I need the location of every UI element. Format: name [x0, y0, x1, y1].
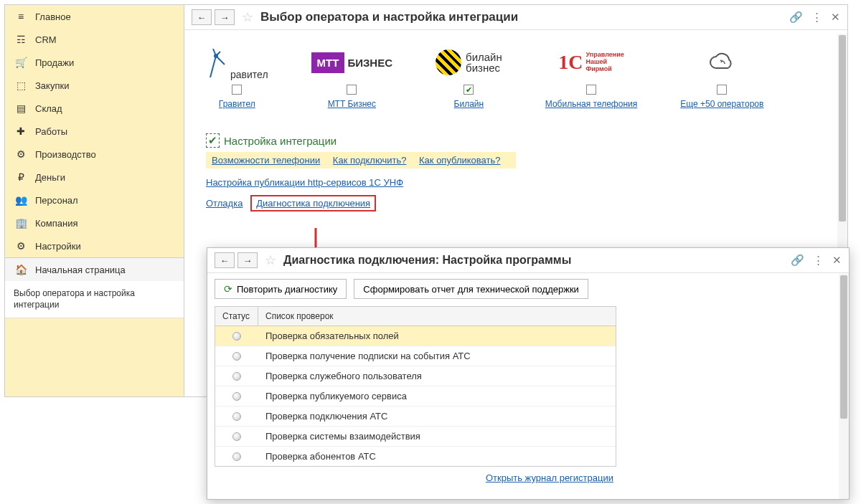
table-row[interactable]: Проверка подключения АТС: [215, 406, 616, 427]
scrollbar[interactable]: [839, 274, 849, 499]
reload-icon: ⟳: [224, 283, 232, 295]
money-icon: ₽: [14, 171, 28, 183]
link-how-to-connect[interactable]: Как подключить?: [333, 155, 407, 166]
nav-back-button[interactable]: ←: [192, 9, 212, 25]
sidebar-item-label: Главное: [35, 11, 71, 22]
link-telephony-features[interactable]: Возможности телефонии: [212, 155, 320, 166]
favorite-star-icon[interactable]: ☆: [242, 9, 253, 25]
status-cell: [215, 348, 258, 365]
operator-mobile-1c: 1C УправлениеНашейФирмой Мобильная телеф…: [545, 44, 637, 109]
sidebar-item-label: Продажи: [35, 57, 74, 68]
repeat-diagnostic-button[interactable]: ⟳Повторить диагностику: [215, 279, 347, 299]
dialog-title: Диагностика подключения: Настройка прогр…: [283, 254, 571, 267]
operator-checkbox[interactable]: [464, 85, 474, 95]
sidebar-item-label: Работы: [35, 126, 67, 137]
menu-icon: ≡: [14, 11, 28, 22]
onec-text: УправлениеНашейФирмой: [586, 52, 624, 73]
operator-checkbox[interactable]: [717, 85, 727, 95]
link-http-services[interactable]: Настройка публикации http-сервисов 1С УН…: [206, 177, 403, 188]
sidebar-current-page: Выбор оператора и настройка интеграции: [5, 281, 184, 318]
table-row[interactable]: Проверка служебного пользователя: [215, 366, 616, 386]
sidebar-item-sales[interactable]: 🛒Продажи: [5, 51, 184, 74]
sidebar-item-production[interactable]: ⚙Производство: [5, 143, 184, 166]
open-log-link[interactable]: Открыть журнал регистрации: [486, 472, 613, 483]
button-label: Сформировать отчет для технической подде…: [363, 284, 579, 295]
current-page-label: Выбор оператора и настройка интеграции: [14, 288, 175, 310]
operator-mtt: МТТ БИЗНЕС МТТ Бизнес: [311, 44, 392, 109]
table-row[interactable]: Проверка получение подписки на события А…: [215, 346, 616, 366]
wrench-icon: ✚: [14, 125, 28, 137]
beeline-circle-icon: [436, 49, 461, 75]
generate-report-button[interactable]: Сформировать отчет для технической подде…: [354, 279, 588, 299]
operator-checkbox[interactable]: [232, 85, 242, 95]
sidebar-home[interactable]: 🏠Начальная страница: [5, 258, 184, 281]
company-icon: 🏢: [14, 217, 28, 229]
check-name: Проверка подключения АТС: [258, 406, 616, 426]
sidebar-item-settings[interactable]: ⚙Настройки: [5, 234, 184, 257]
people-icon: 👥: [14, 194, 28, 206]
operator-more: Еще +50 операторов: [680, 44, 763, 109]
link-debug[interactable]: Отладка: [206, 198, 243, 209]
nav-forward-button[interactable]: →: [237, 252, 258, 268]
check-name: Проверка обязательных полей: [258, 326, 616, 346]
sidebar-item-company[interactable]: 🏢Компания: [5, 211, 184, 234]
table-row[interactable]: Проверка системы взаимодействия: [215, 427, 616, 447]
sidebar-item-label: Склад: [35, 103, 62, 114]
status-dot-icon: [232, 452, 241, 461]
settings-header: ✔ Настройка интеграции: [206, 133, 826, 148]
status-dot-icon: [232, 332, 241, 341]
more-icon[interactable]: ⋮: [813, 254, 824, 267]
operator-link[interactable]: Гравител: [219, 99, 255, 109]
operator-link[interactable]: Мобильная телефония: [545, 99, 637, 109]
sidebar-lower: 🏠Начальная страница Выбор оператора и на…: [5, 257, 184, 318]
toolbar-right: 🔗 ⋮ ✕: [789, 11, 840, 24]
favorite-star-icon[interactable]: ☆: [265, 252, 276, 268]
sidebar-item-main[interactable]: ≡Главное: [5, 5, 184, 28]
status-dot-icon: [232, 352, 241, 361]
help-links-bar: Возможности телефонии Как подключить? Ка…: [206, 152, 516, 168]
dialog-body: ⟳Повторить диагностику Сформировать отче…: [207, 273, 849, 499]
mtt-suffix: БИЗНЕС: [347, 57, 392, 69]
gear-icon: ⚙: [14, 240, 28, 252]
checks-table: Статус Список проверок Проверка обязател…: [215, 306, 616, 467]
check-name: Проверка служебного пользователя: [258, 366, 616, 386]
operator-link[interactable]: Билайн: [454, 99, 484, 109]
operator-link[interactable]: МТТ Бизнес: [328, 99, 376, 109]
operators-row: равител Гравител МТТ БИЗНЕС МТТ Бизнес б…: [184, 30, 847, 116]
sidebar-item-personnel[interactable]: 👥Персонал: [5, 189, 184, 211]
column-status: Статус: [215, 307, 258, 325]
sidebar-item-works[interactable]: ✚Работы: [5, 120, 184, 143]
factory-icon: ⚙: [14, 148, 28, 160]
close-icon[interactable]: ✕: [832, 254, 842, 267]
more-icon[interactable]: ⋮: [811, 11, 822, 24]
sidebar-item-warehouse[interactable]: ▤Склад: [5, 97, 184, 120]
check-name: Проверка получение подписки на события А…: [258, 346, 616, 366]
table-row[interactable]: Проверка абонентов АТС: [215, 447, 616, 466]
nav-forward-button[interactable]: →: [215, 9, 235, 25]
operator-checkbox[interactable]: [586, 85, 596, 95]
nav-back-button[interactable]: ←: [215, 252, 235, 268]
settings-header-label: Настройка интеграции: [224, 135, 337, 147]
home-icon: 🏠: [14, 264, 28, 275]
check-name: Проверка публикуемого сервиса: [258, 386, 616, 406]
link-diagnostic[interactable]: Диагностика подключения: [256, 198, 370, 209]
close-icon[interactable]: ✕: [831, 11, 840, 24]
main-toolbar: ← → ☆ Выбор оператора и настройка интегр…: [184, 5, 847, 30]
scrollbar-thumb[interactable]: [839, 35, 846, 222]
diagnostic-dialog: ← → ☆ Диагностика подключения: Настройка…: [207, 247, 850, 500]
table-row[interactable]: Проверка обязательных полей: [215, 326, 616, 346]
link-how-to-publish[interactable]: Как опубликовать?: [419, 155, 500, 166]
status-dot-icon: [232, 412, 241, 421]
link-icon[interactable]: 🔗: [789, 11, 803, 24]
scrollbar-thumb[interactable]: [840, 275, 847, 419]
operator-link[interactable]: Еще +50 операторов: [680, 99, 763, 109]
link-icon[interactable]: 🔗: [791, 254, 804, 267]
logo-text: равител: [230, 69, 268, 80]
table-row[interactable]: Проверка публикуемого сервиса: [215, 386, 616, 406]
sidebar-item-money[interactable]: ₽Деньги: [5, 166, 184, 189]
dialog-toolbar: ← → ☆ Диагностика подключения: Настройка…: [207, 248, 849, 273]
sidebar-item-crm[interactable]: ☶CRM: [5, 28, 184, 51]
sidebar-item-purchases[interactable]: ⬚Закупки: [5, 74, 184, 97]
operator-checkbox[interactable]: [347, 85, 357, 95]
page-title: Выбор оператора и настройка интеграции: [260, 10, 518, 24]
